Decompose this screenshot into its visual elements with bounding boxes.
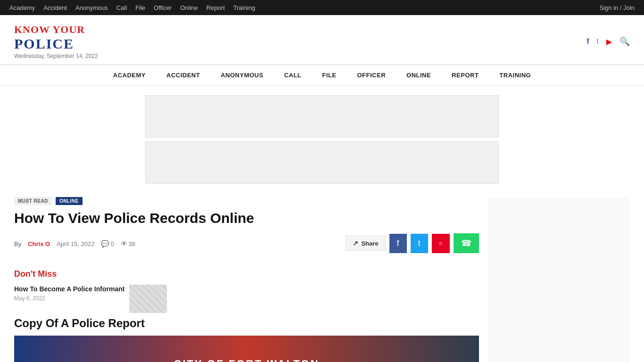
eye-icon: 👁 [121,240,127,247]
mainnav-accident[interactable]: ACCIDENT [156,65,210,85]
ad-block-2 [145,141,499,184]
article-title: How To View Police Records Online [14,210,479,227]
dont-miss-item-date: May 6, 2022 [14,295,124,302]
share-button[interactable]: ↗ Share [346,236,385,251]
signin-link[interactable]: Sign in / Join [600,4,635,11]
topnav-academy[interactable]: Academy [9,4,35,11]
author-link[interactable]: Chris O [28,240,50,247]
facebook-share-button[interactable]: f [389,234,407,253]
top-nav-links: Academy Accident Anonymous Call File Off… [9,4,255,11]
mainnav-online[interactable]: ONLINE [396,65,441,85]
logo-area: KNOW YOUR POLICE Wednesday, September 14… [14,24,98,59]
topnav-report[interactable]: Report [206,4,225,11]
search-icon[interactable]: 🔍 [619,36,630,47]
sidebar [488,197,630,362]
site-date: Wednesday, September 14, 2022 [14,53,98,59]
twitter-share-button[interactable]: t [411,234,428,253]
dont-miss-item-title[interactable]: How To Become A Police Informant [14,285,124,293]
main-content: MUST READ ONLINE How To View Police Reco… [14,197,479,362]
pinterest-share-button[interactable]: ▫ [432,234,450,253]
by-label: By [14,240,21,247]
whatsapp-share-button[interactable]: ☎ [454,233,479,253]
twitter-icon[interactable]: t [597,37,599,46]
views-count: 👁 38 [121,240,135,247]
top-nav-right: Sign in / Join [600,4,635,11]
main-navbar: ACADEMY ACCIDENT ANONYMOUS CALL FILE OFF… [0,65,644,86]
mainnav-training[interactable]: TRAINING [489,65,541,85]
mainnav-academy[interactable]: ACADEMY [103,65,156,85]
dont-miss-item: How To Become A Police Informant May 6, … [14,285,479,313]
mainnav-call[interactable]: CALL [274,65,312,85]
logo-know-text: KNOW YOUR [14,24,98,36]
topnav-officer[interactable]: Officer [154,4,172,11]
ad-area [145,95,499,184]
ad-block-1 [145,95,499,138]
youtube-icon[interactable]: ▶ [606,37,612,46]
tag-online[interactable]: ONLINE [56,197,83,205]
header-social-icons: f t ▶ 🔍 [586,36,630,47]
topnav-anonymous[interactable]: Anonymous [75,4,108,11]
comment-icon: 💬 [101,240,109,247]
topnav-accident[interactable]: Accident [43,4,67,11]
banner-text: CITY OF FORT WALTON [174,358,320,362]
comments-count: 💬 0 [101,240,114,247]
share-row: ↗ Share f t ▫ ☎ [346,233,479,253]
topnav-call[interactable]: Call [116,4,127,11]
thumbnail-image [129,285,167,313]
article-date: April 15, 2022 [57,240,94,247]
article-meta: By Chris O April 15, 2022 💬 0 👁 38 [14,240,135,247]
comment-number: 0 [110,240,114,247]
topnav-training[interactable]: Training [233,4,255,11]
mainnav-file[interactable]: FILE [312,65,347,85]
share-label: Share [361,240,378,247]
dont-miss-heading: Don't Miss [14,269,479,279]
dont-miss-section: Don't Miss How To Become A Police Inform… [14,269,479,313]
content-wrapper: MUST READ ONLINE How To View Police Reco… [0,188,644,362]
topnav-file[interactable]: File [135,4,145,11]
site-header: KNOW YOUR POLICE Wednesday, September 14… [0,15,644,65]
tag-must-read[interactable]: MUST READ [14,197,52,205]
mainnav-report[interactable]: REPORT [441,65,489,85]
section-heading: Copy Of A Police Report [14,317,479,330]
dont-miss-thumbnail [129,285,167,313]
facebook-icon[interactable]: f [586,37,589,46]
share-icon: ↗ [353,239,358,247]
mainnav-anonymous[interactable]: ANONYMOUS [210,65,273,85]
top-navbar: Academy Accident Anonymous Call File Off… [0,0,644,15]
tags-row: MUST READ ONLINE [14,197,479,205]
views-number: 38 [129,240,135,247]
topnav-online[interactable]: Online [180,4,198,11]
police-banner-image: CITY OF FORT WALTON [14,336,479,362]
dont-miss-text: How To Become A Police Informant May 6, … [14,285,124,302]
mainnav-officer[interactable]: OFFICER [347,65,396,85]
logo-police-text: POLICE [14,36,98,52]
